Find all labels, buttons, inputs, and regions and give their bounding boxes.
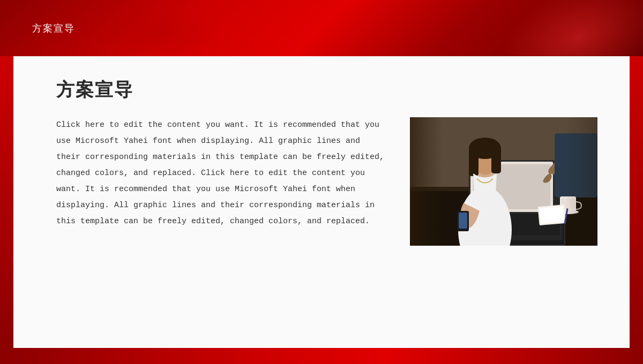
main-title: 方案宣导 — [56, 78, 597, 102]
svg-rect-26 — [410, 117, 442, 246]
left-accent-bar — [0, 56, 13, 348]
svg-rect-27 — [565, 117, 597, 246]
content-layout: Click here to edit the content you want.… — [56, 117, 597, 246]
content-area: 方案宣导 Click here to edit the content you … — [13, 56, 630, 348]
business-image — [410, 117, 597, 246]
body-text: Click here to edit the content you want.… — [56, 117, 388, 230]
svg-rect-15 — [469, 147, 478, 176]
right-accent-bar — [630, 56, 643, 348]
svg-rect-18 — [459, 213, 467, 229]
business-image-svg — [410, 117, 597, 246]
header-title: 方案宣导 — [32, 22, 75, 35]
header-banner: 方案宣导 — [0, 0, 643, 56]
svg-rect-24 — [540, 206, 564, 224]
slide-wrapper: 方案宣导 方案宣导 Click here to edit the content… — [0, 0, 643, 364]
svg-rect-16 — [491, 147, 501, 173]
footer-banner — [0, 348, 643, 364]
